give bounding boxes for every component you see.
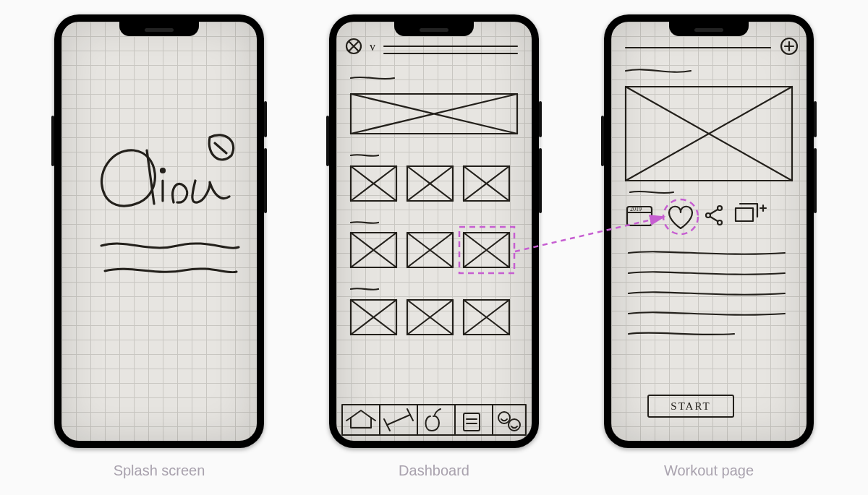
action-share-icon[interactable] — [706, 206, 722, 225]
card-r1-c3[interactable] — [464, 166, 509, 201]
card-r2-c3[interactable] — [464, 233, 509, 267]
wireframe-stage: Splash screen v — [0, 0, 868, 495]
svg-point-17 — [509, 419, 520, 431]
splash-line-1 — [101, 244, 239, 248]
dashboard-screen: v — [336, 22, 532, 441]
nav-nutrition-icon[interactable] — [426, 409, 441, 431]
section-1-label — [351, 77, 394, 79]
workout-textline — [629, 312, 785, 314]
card-r3-c2[interactable] — [407, 300, 453, 335]
splash-line-2 — [105, 269, 237, 272]
section-3-label — [351, 222, 378, 223]
card-r1-c2[interactable] — [407, 166, 453, 201]
workout-textline — [629, 332, 734, 335]
banner-card[interactable] — [351, 94, 517, 134]
workout-textline — [629, 292, 785, 294]
workout-subtitle — [626, 69, 691, 72]
workout-textline — [629, 251, 785, 254]
svg-point-0 — [161, 169, 165, 173]
nav-workout-icon[interactable] — [384, 409, 413, 431]
caption-workout: Workout page — [604, 462, 814, 479]
action-queue-icon[interactable] — [736, 204, 766, 221]
card-r2-c2[interactable] — [407, 233, 453, 267]
action-calendar-icon[interactable]: 2019 — [627, 206, 652, 225]
svg-rect-15 — [464, 413, 480, 431]
splash-logo — [102, 135, 234, 206]
card-r1-c1[interactable] — [351, 166, 396, 201]
svg-text:2019: 2019 — [630, 206, 642, 212]
workout-textline — [629, 272, 785, 274]
caption-dashboard: Dashboard — [329, 462, 539, 479]
splash-screen — [61, 22, 257, 441]
svg-point-16 — [498, 412, 510, 423]
section-2-label — [351, 155, 378, 156]
card-r2-c1[interactable] — [351, 233, 396, 267]
action-favorite-icon[interactable] — [669, 207, 692, 228]
phone-dashboard: v — [329, 14, 539, 448]
card-r3-c1[interactable] — [351, 300, 396, 335]
section-4-label — [351, 288, 378, 290]
nav-community-icon[interactable] — [498, 412, 520, 431]
start-button[interactable]: START — [647, 395, 734, 418]
caption-splash: Splash screen — [54, 462, 264, 479]
card-r3-c3[interactable] — [464, 300, 509, 335]
nav-journal-icon[interactable] — [464, 413, 480, 431]
workout-screen: 2019 — [611, 22, 807, 441]
workout-hero — [626, 87, 792, 181]
phone-splash — [54, 14, 264, 448]
dropdown-icon[interactable]: v — [370, 40, 375, 53]
phone-workout: 2019 — [604, 14, 814, 448]
nav-home-icon[interactable] — [346, 410, 375, 428]
svg-rect-24 — [736, 208, 753, 221]
